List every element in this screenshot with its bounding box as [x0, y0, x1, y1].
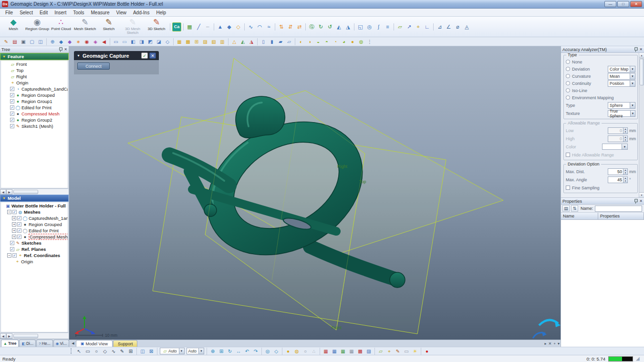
pan-view-icon[interactable]: ↔ [235, 348, 242, 355]
radio-icon[interactable] [566, 88, 570, 93]
show-boundaries-icon[interactable]: ◮ [248, 38, 255, 45]
column-properties[interactable]: Properties [598, 213, 644, 219]
left-view-icon[interactable]: ◧ [129, 38, 137, 45]
user-guide-icon[interactable]: ▤ [11, 38, 19, 45]
coordinate-tool-icon[interactable]: ⌖ [414, 23, 422, 31]
model-tree-item-ref-coordinates[interactable]: −✓⌖Ref. Coordinates [1, 252, 68, 259]
visibility-checkbox[interactable]: ✓ [17, 216, 21, 220]
hide-allowable-range-checkbox[interactable]: Hide Allowable Range [566, 151, 635, 158]
revolve-icon[interactable]: ◎ [365, 23, 374, 31]
circle-selection-icon[interactable]: ○ [93, 348, 100, 355]
close-icon[interactable]: ✕ [639, 48, 643, 52]
pointer-select-icon[interactable]: ↖ [75, 348, 83, 355]
global-align-icon[interactable]: ⇄ [295, 23, 303, 31]
tool-3d-mesh-sketch[interactable]: ✎3D Mesh Sketch [121, 17, 145, 37]
scroll-up-icon[interactable]: ▲ [639, 53, 644, 58]
accuracy-scrollbar[interactable]: ▲ ▼ [639, 53, 644, 197]
visibility-checkbox[interactable]: ✓ [12, 253, 17, 258]
chevron-down-icon[interactable]: ▼ [630, 111, 635, 116]
ref-line-icon[interactable]: ╱ [195, 23, 203, 31]
tree-expander-icon[interactable]: + [12, 222, 16, 227]
smooth-mesh-icon[interactable]: ≈ [265, 23, 273, 31]
bottom-view-icon[interactable]: ◪ [155, 38, 163, 45]
layer-toggle-1-icon[interactable]: ◐ [297, 38, 305, 45]
sweep-icon[interactable]: ∫ [374, 23, 383, 31]
texture-display-icon[interactable]: ▥ [218, 38, 226, 45]
polyline-tool-icon[interactable]: ∟ [423, 23, 431, 31]
model-tree-item-region-grouped[interactable]: +✓●Region Grouped [1, 221, 68, 228]
radio-curvature[interactable]: Curvature Mean▼ [566, 72, 635, 80]
pin-icon[interactable] [634, 47, 638, 52]
plane-tool-icon[interactable]: ▱ [396, 23, 404, 31]
mesh-display-gray-icon[interactable]: ▦ [348, 348, 355, 355]
show-normals-icon[interactable]: ◭ [239, 38, 247, 45]
model-tree-header[interactable]: ▼ Model [0, 195, 69, 202]
zoom-fit-icon[interactable]: ⊕ [209, 348, 217, 355]
menu-help[interactable]: Help [153, 9, 169, 16]
visibility-checkbox[interactable]: ✓ [10, 93, 14, 97]
more-options-icon[interactable]: ⋮ [366, 38, 374, 45]
layer-toggle-4-icon[interactable]: ◓ [323, 38, 331, 45]
mesh-mode-1-icon[interactable]: ▯ [260, 38, 267, 45]
back-view-icon[interactable]: ▭ [121, 38, 128, 45]
model-tree-item-origin[interactable]: ⌖Origin [1, 259, 68, 265]
select-meshes-icon[interactable]: ◈ [92, 38, 99, 45]
lasso-selection-icon[interactable]: ∿ [110, 348, 117, 355]
visibility-checkbox[interactable]: ✓ [10, 118, 14, 122]
show-planes-icon[interactable]: ▱ [377, 348, 384, 355]
checkbox-icon[interactable] [566, 153, 570, 157]
menu-view[interactable]: View [113, 9, 130, 16]
tree-expander-icon[interactable]: + [12, 228, 16, 233]
radio-environment-mapping[interactable]: Environment Mapping [566, 94, 635, 101]
tab-close-icon[interactable]: ✕ [549, 341, 552, 346]
pin-icon[interactable] [59, 47, 62, 52]
polyline-selection-icon[interactable]: ◇ [101, 348, 109, 355]
feature-tree-header[interactable]: ▼ Feature [0, 53, 69, 60]
feature-tree-item-sketch1-mesh[interactable]: ✓✎Sketch1 (Mesh) [1, 123, 68, 129]
feature-tree-item-region-group1[interactable]: ✓●Region Group1 [1, 98, 68, 104]
model-tree-item-capturedmesh-1andc[interactable]: +✓◯CapturedMesh_1andC [1, 215, 68, 221]
shaded-mode-icon[interactable]: ● [284, 348, 292, 355]
defeature-icon[interactable]: ◠ [256, 23, 264, 31]
radio-deviation[interactable]: Deviation Color Map▼ [566, 65, 635, 72]
menu-file[interactable]: File [2, 9, 16, 16]
env-texture-select[interactable]: True Sphere▼ [608, 110, 635, 117]
extend-selection-icon[interactable]: ⊞ [127, 348, 135, 355]
top-view-icon[interactable]: ◩ [146, 38, 154, 45]
visibility-checkbox[interactable]: ✓ [10, 99, 14, 103]
next-view-icon[interactable]: ↷ [252, 348, 260, 355]
vector-tool-icon[interactable]: ↗ [405, 23, 413, 31]
select-through-icon[interactable]: ⊠ [147, 348, 155, 355]
layer-toggle-2-icon[interactable]: ◑ [306, 38, 313, 45]
shaded-display-icon[interactable]: ▩ [184, 38, 192, 45]
radio-icon[interactable] [566, 95, 570, 100]
model-tail-tip[interactable] [390, 272, 405, 288]
title-bar[interactable]: Dx Geomagic Design X - C:\WIP\DesignX WI… [0, 0, 644, 9]
checkbox-icon[interactable] [566, 186, 570, 190]
show-lights-icon[interactable]: ☀ [411, 348, 419, 355]
spin-down-icon[interactable]: ▼ [623, 180, 627, 183]
point-mode-icon[interactable]: ∴ [310, 348, 318, 355]
chevron-down-icon[interactable]: ▼ [630, 73, 635, 79]
select-solids-icon[interactable]: ◆ [57, 38, 65, 45]
scroll-track[interactable] [13, 189, 68, 195]
mesh-mode-3-icon[interactable]: ▰ [277, 38, 284, 45]
show-origin-icon[interactable]: ⌖ [385, 348, 393, 355]
tool-sketch[interactable]: ✎Sketch [97, 17, 121, 37]
visibility-checkbox[interactable]: ✓ [10, 105, 14, 110]
menu-add-ins[interactable]: Add-Ins [130, 9, 153, 16]
select-points-icon[interactable]: ◉ [83, 38, 91, 45]
model-tree-item-water-bottle-holder-full[interactable]: ▣Water Bottle Holder - Full [1, 203, 68, 209]
chevron-down-icon[interactable]: ▼ [622, 144, 628, 150]
spin-down-icon[interactable]: ▼ [623, 131, 627, 134]
minimize-button[interactable]: — [604, 1, 616, 7]
accept-check-icon[interactable]: ✓ [141, 52, 148, 59]
chevron-down-icon[interactable]: ▼ [179, 348, 184, 354]
layer-toggle-8-icon[interactable]: ◍ [357, 38, 365, 45]
rectangle-selection-icon[interactable]: ▭ [84, 348, 92, 355]
tree-horizontal-scrollbar[interactable]: ◀ ▶ [0, 188, 69, 195]
mesh-display-red-icon[interactable]: ▦ [322, 348, 330, 355]
select-surfaces-icon[interactable]: ◆ [66, 38, 73, 45]
copy-screen-icon[interactable]: ▢ [28, 38, 36, 45]
region-display-icon[interactable]: ▩ [356, 348, 364, 355]
